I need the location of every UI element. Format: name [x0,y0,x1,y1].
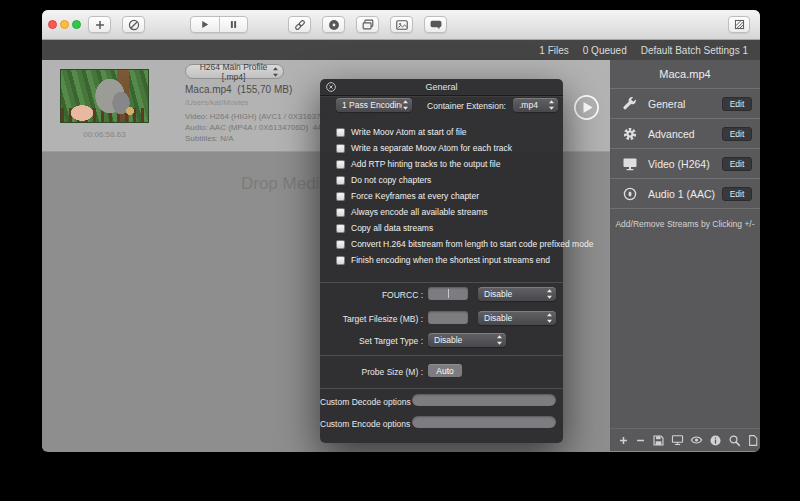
checkbox-row[interactable]: Write a separate Moov Atom for each trac… [336,140,555,156]
checkbox[interactable] [336,176,345,185]
options-checkbox-list: Write Moov Atom at start of file Write a… [336,124,555,268]
divider [320,388,563,389]
info-button[interactable] [709,434,722,447]
fourcc-mode-dropdown[interactable]: Disable [478,287,556,301]
checkbox-label: Copy all data streams [351,223,433,233]
stepper-icon [496,334,503,346]
add-remove-streams-hint: Add/Remove Streams by Clicking +/- [610,209,760,239]
sidebar-item-video[interactable]: Video (H264) Edit [610,149,760,179]
set-target-type-dropdown[interactable]: Disable [428,333,506,347]
target-filesize-label: Target Filesize (MB) : [320,314,423,324]
add-icon [93,18,107,32]
checkbox[interactable] [336,192,345,201]
checkbox[interactable] [336,256,345,265]
pause-encoding-button[interactable] [219,17,248,32]
checkbox-label: Do not copy chapters [351,175,431,185]
text-cursor [448,289,449,298]
checkbox[interactable] [336,160,345,169]
target-filesize-input[interactable] [428,311,468,324]
batch-windows-button[interactable] [356,16,379,33]
video-duration: 00:06:58.63 [60,130,149,139]
dialog-titlebar[interactable]: General [320,79,563,96]
pattern-button[interactable] [728,16,750,33]
checkbox-row[interactable]: Copy all data streams [336,220,555,236]
stepper-icon [546,288,553,300]
container-extension-dropdown[interactable]: .mp4 [513,98,558,112]
chat-icon [429,18,443,32]
stepper-icon [546,312,553,324]
remove-stream-button[interactable] [635,434,646,447]
checkbox-row[interactable]: Add RTP hinting tracks to the output fil… [336,156,555,172]
pause-icon [227,18,240,31]
checkbox[interactable] [336,144,345,153]
checkbox-row[interactable]: Convert H.264 bitstream from length to s… [336,236,555,252]
window-titlebar [42,10,760,40]
sidebar-item-label: Video (H264) [648,158,722,170]
add-stream-button[interactable] [618,434,629,447]
log-button[interactable] [424,16,447,33]
stepper-icon [548,99,555,111]
target-filesize-mode-dropdown[interactable]: Disable [478,311,556,325]
display-button[interactable] [671,434,684,447]
record-icon [327,18,341,32]
edit-audio-button[interactable]: Edit [722,187,752,201]
audio-icon [622,186,638,202]
edit-general-button[interactable]: Edit [722,97,752,111]
eye-button[interactable] [690,434,703,447]
fourcc-input[interactable] [428,287,468,300]
layers-icon [361,18,375,32]
edit-advanced-button[interactable]: Edit [722,127,752,141]
zoom-window-button[interactable] [72,20,81,29]
checkbox-row[interactable]: Finish encoding when the shortest input … [336,252,555,268]
checkbox[interactable] [336,240,345,249]
checkbox-row[interactable]: Write Moov Atom at start of file [336,124,555,140]
document-button[interactable] [747,434,759,447]
display-icon [622,156,638,172]
image-icon [395,18,409,32]
files-count: 1 Files [539,45,568,56]
custom-encode-input[interactable] [412,416,556,428]
preview-button[interactable] [390,16,413,33]
checkbox-label: Convert H.264 bitstream from length to s… [351,239,593,249]
sidebar-item-audio[interactable]: Audio 1 (AAC) Edit [610,179,760,209]
checkbox-row[interactable]: Do not copy chapters [336,172,555,188]
join-files-button[interactable] [288,16,311,33]
edit-video-button[interactable]: Edit [722,157,752,171]
play-icon [198,18,211,31]
video-thumbnail[interactable] [60,69,149,123]
close-window-button[interactable] [48,20,57,29]
sidebar-item-general[interactable]: General Edit [610,89,760,119]
preset-dropdown[interactable]: H264 Main Profile [.mp4] [185,64,284,79]
batch-settings-label[interactable]: Default Batch Settings 1 [641,45,748,56]
search-button[interactable] [728,434,741,447]
stepper-icon [402,99,409,111]
wrench-icon [622,96,638,112]
sidebar-file-title: Maca.mp4 [610,60,760,89]
start-encoding-button[interactable] [191,17,219,32]
add-file-button[interactable] [88,16,111,33]
subtitles-info: Subtitles: N/A [185,134,233,143]
checkbox-row[interactable]: Always encode all available streams [336,204,555,220]
minimize-window-button[interactable] [60,20,69,29]
dialog-title: General [320,82,563,92]
checkbox[interactable] [336,128,345,137]
transport-control [190,16,248,33]
checkbox[interactable] [336,224,345,233]
set-target-type-label: Set Target Type : [320,336,423,346]
record-button[interactable] [322,16,345,33]
sidebar-item-advanced[interactable]: Advanced Edit [610,119,760,149]
queued-count: 0 Queued [583,45,627,56]
checkbox-row[interactable]: Force Keyframes at every chapter [336,188,555,204]
status-bar: 1 Files 0 Queued Default Batch Settings … [42,40,760,60]
save-button[interactable] [652,434,665,447]
sidebar-item-label: Advanced [648,128,722,140]
encoding-mode-dropdown[interactable]: 1 Pass Encoding [336,98,412,112]
checkbox[interactable] [336,208,345,217]
container-extension-label: Container Extension: [416,101,506,111]
set-target-type-value: Disable [434,335,496,345]
probe-size-auto-button[interactable]: Auto [428,364,462,377]
checkbox-label: Always encode all available streams [351,207,488,217]
play-file-button[interactable] [573,94,600,121]
custom-decode-input[interactable] [412,394,556,406]
cancel-button[interactable] [122,16,145,33]
